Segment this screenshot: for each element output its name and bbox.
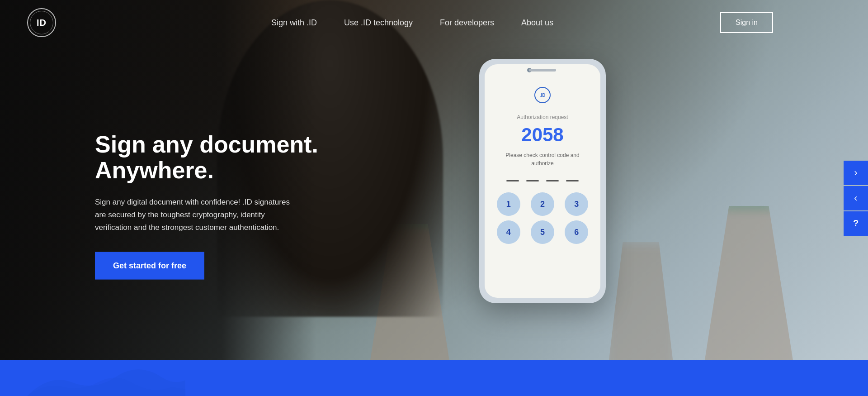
- nav-for-developers[interactable]: For developers: [440, 18, 494, 28]
- num-btn-4[interactable]: 4: [497, 220, 520, 244]
- auth-request-label: Authorization request: [517, 114, 568, 120]
- prev-arrow-button[interactable]: ‹: [844, 186, 868, 210]
- nav-sign-with-id[interactable]: Sign with .ID: [271, 18, 317, 28]
- auth-code: 2058: [521, 124, 563, 146]
- next-arrow-button[interactable]: ›: [844, 161, 868, 185]
- phone-logo-icon: .ID: [534, 87, 551, 103]
- help-button[interactable]: ?: [844, 211, 868, 236]
- navbar: ID Sign with .ID Use .ID technology For …: [0, 0, 800, 45]
- wave-decoration: [27, 360, 185, 396]
- num-btn-5[interactable]: 5: [531, 220, 554, 244]
- pin-dash-3: [546, 180, 559, 181]
- num-btn-6[interactable]: 6: [565, 220, 588, 244]
- side-navigation: › ‹ ?: [844, 161, 868, 236]
- hero-content: Sign any document. Anywhere. Sign any di…: [95, 131, 318, 280]
- hero-description: Sign any digital document with confidenc…: [95, 196, 303, 234]
- cta-button[interactable]: Get started for free: [95, 252, 204, 280]
- phone-screen: .ID Authorization request 2058 Please ch…: [485, 64, 600, 298]
- pin-dash-4: [566, 180, 579, 181]
- num-btn-3[interactable]: 3: [565, 192, 588, 216]
- phone-speaker: [529, 69, 556, 72]
- hero-section: ID Sign with .ID Use .ID technology For …: [0, 0, 868, 396]
- phone-logo-text: .ID: [540, 93, 546, 98]
- logo-circle: ID: [27, 8, 56, 37]
- hero-title-line2: Anywhere.: [95, 157, 214, 183]
- nav-use-id-technology[interactable]: Use .ID technology: [344, 18, 413, 28]
- signin-button[interactable]: Sign in: [720, 12, 773, 33]
- hero-title-line1: Sign any document.: [95, 131, 318, 157]
- bottom-bar: [0, 360, 868, 396]
- num-btn-1[interactable]: 1: [497, 192, 520, 216]
- num-btn-2[interactable]: 2: [531, 192, 554, 216]
- nav-links: Sign with .ID Use .ID technology For dev…: [119, 18, 705, 28]
- phone-outer: .ID Authorization request 2058 Please ch…: [479, 59, 606, 303]
- phone-mockup: .ID Authorization request 2058 Please ch…: [479, 59, 606, 303]
- nav-about-us[interactable]: About us: [521, 18, 553, 28]
- numpad: 1 2 3 4 5 6: [494, 192, 591, 244]
- pin-dash-2: [526, 180, 539, 181]
- pin-entry: [506, 180, 579, 181]
- logo[interactable]: ID: [27, 8, 56, 37]
- hero-title: Sign any document. Anywhere.: [95, 131, 318, 183]
- auth-message: Please check control code and authorize: [494, 151, 591, 167]
- pin-dash-1: [506, 180, 519, 181]
- logo-text: ID: [37, 18, 47, 28]
